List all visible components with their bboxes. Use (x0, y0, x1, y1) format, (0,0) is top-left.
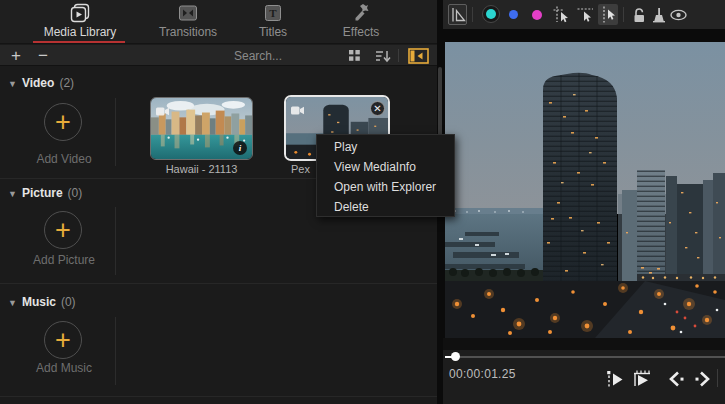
media-library-icon (70, 3, 90, 23)
next-frame-button[interactable] (690, 367, 714, 391)
marker-magenta[interactable] (532, 10, 542, 20)
media-thumbnail-hawaii[interactable]: i (150, 97, 253, 160)
add-media-button[interactable]: + (4, 45, 28, 66)
transitions-icon (178, 3, 198, 23)
info-icon[interactable]: i (233, 141, 247, 155)
section-header-picture: ▼ Picture (0) (8, 186, 82, 200)
section-name: Video (22, 76, 54, 90)
titles-icon: T (264, 3, 282, 23)
section-name: Music (22, 295, 56, 309)
section-divider (115, 98, 116, 166)
section-count: (0) (61, 295, 76, 309)
menu-item-view-mediainfo[interactable]: View MediaInfo (317, 157, 454, 177)
tab-effects[interactable]: Effects (316, 3, 406, 43)
tab-label: Transitions (159, 25, 217, 39)
thumbnail-label: Hawaii - 21113 (150, 163, 253, 175)
menu-item-play[interactable]: Play (317, 137, 454, 157)
snap-cursor-cross-icon[interactable] (551, 4, 571, 25)
snap-cursor-top-icon[interactable] (575, 4, 595, 25)
search-input[interactable] (234, 46, 346, 65)
svg-text:T: T (269, 7, 277, 19)
eye-icon[interactable] (668, 4, 688, 25)
tab-transitions[interactable]: Transitions (140, 3, 236, 43)
play-from-start-button[interactable] (630, 367, 654, 391)
video-frame-image (445, 42, 725, 338)
menu-item-open-with-explorer[interactable]: Open with Explorer (317, 177, 454, 197)
toolbar-divider (623, 7, 624, 22)
collapse-triangle-icon[interactable]: ▼ (8, 79, 17, 89)
section-divider (115, 207, 116, 275)
lock-open-icon[interactable] (629, 4, 649, 25)
collapse-panel-icon[interactable] (405, 45, 431, 66)
section-name: Picture (22, 186, 63, 200)
snap-cursor-left-icon[interactable] (598, 4, 618, 25)
tab-media-library[interactable]: Media Library (24, 3, 136, 43)
tab-titles[interactable]: T Titles (240, 3, 306, 43)
seek-bar[interactable] (445, 356, 725, 358)
collapse-triangle-icon[interactable]: ▼ (8, 189, 17, 199)
video-camera-icon (291, 101, 304, 119)
remove-media-button[interactable]: − (31, 45, 55, 66)
seek-handle[interactable] (451, 352, 460, 361)
section-header-music: ▼ Music (0) (8, 295, 76, 309)
preview-toolbar (443, 0, 725, 29)
timecode: 00:00:01.25 (449, 367, 516, 381)
section-count: (0) (68, 186, 83, 200)
add-video-button[interactable]: + (44, 103, 82, 141)
library-tabbar: Media Library Transitions T Titles Effec… (0, 0, 437, 44)
add-video-label: Add Video (16, 152, 112, 166)
tab-label: Effects (343, 25, 379, 39)
collapse-triangle-icon[interactable]: ▼ (8, 298, 17, 308)
previous-frame-button[interactable] (665, 367, 689, 391)
tab-label: Titles (259, 25, 287, 39)
section-separator (0, 283, 437, 284)
video-letterbox (443, 338, 725, 350)
mirror-ruler-icon[interactable] (448, 4, 467, 25)
play-from-cursor-button[interactable] (603, 367, 627, 391)
video-camera-icon (156, 102, 169, 120)
active-tab-underline (33, 41, 125, 43)
close-icon[interactable]: ✕ (370, 101, 385, 116)
section-count: (2) (59, 76, 74, 90)
transport-divider (717, 369, 718, 387)
library-toolbar: + − (0, 45, 437, 66)
toolbar-divider (472, 7, 473, 22)
section-header-video: ▼ Video (2) (8, 76, 74, 90)
playback-bar: 00:00:01.25 (443, 350, 725, 404)
menu-item-delete[interactable]: Delete (317, 197, 454, 217)
cyan-dot (486, 9, 496, 19)
section-divider (115, 317, 116, 385)
context-menu: Play View MediaInfo Open with Explorer D… (316, 134, 455, 217)
thumbnail-label: Pex (291, 163, 316, 175)
sort-icon[interactable] (370, 45, 394, 66)
marker-cyan[interactable] (482, 5, 500, 23)
section-separator (0, 396, 437, 397)
add-music-button[interactable]: + (44, 321, 82, 359)
broom-icon[interactable] (649, 4, 669, 25)
grid-view-icon[interactable] (343, 45, 365, 66)
add-picture-label: Add Picture (16, 253, 112, 267)
marker-blue[interactable] (509, 10, 518, 19)
video-preview-canvas (445, 42, 725, 338)
effects-icon (351, 3, 371, 23)
add-picture-button[interactable]: + (44, 211, 82, 249)
add-music-label: Add Music (16, 361, 112, 375)
tab-label: Media Library (44, 25, 117, 39)
preview-panel: 00:00:01.25 (443, 0, 725, 404)
toolbar-divider (398, 49, 399, 62)
